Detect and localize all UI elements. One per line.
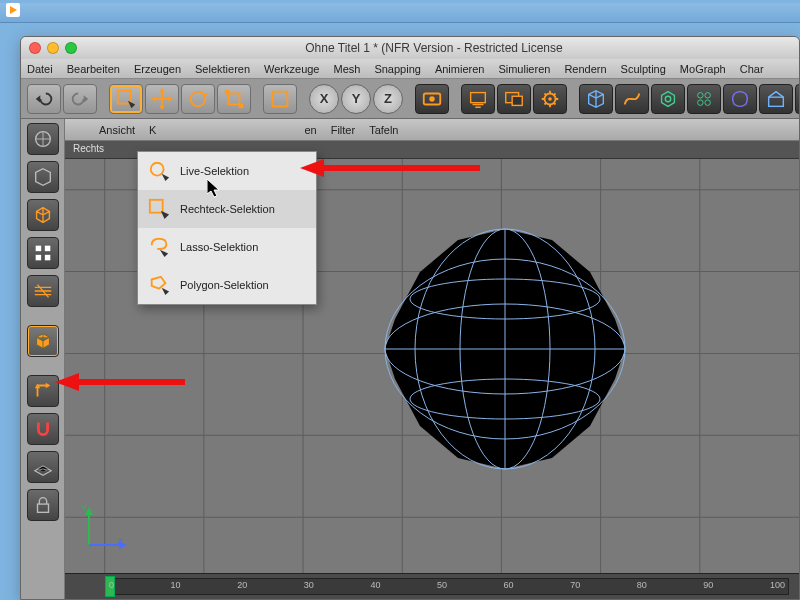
- axis-y-toggle[interactable]: Y: [341, 84, 371, 114]
- svg-marker-6: [159, 105, 165, 110]
- polygon-mode-button[interactable]: [27, 325, 59, 357]
- rotate-tool-button[interactable]: [181, 84, 215, 114]
- svg-rect-34: [44, 255, 50, 261]
- axis-x-toggle[interactable]: X: [309, 84, 339, 114]
- menu-mograph[interactable]: MoGraph: [680, 63, 726, 75]
- menu-werkzeuge[interactable]: Werkzeuge: [264, 63, 319, 75]
- left-toolbar: [21, 119, 65, 599]
- svg-marker-8: [168, 96, 173, 102]
- axis-mode-button[interactable]: [27, 375, 59, 407]
- viewport-menubar[interactable]: Ansicht K en Filter Tafeln: [65, 119, 799, 141]
- rect-select-tool-button[interactable]: [109, 84, 143, 114]
- svg-rect-27: [769, 97, 784, 106]
- popup-item-live-select[interactable]: Live-Selektion: [138, 152, 316, 190]
- svg-marker-67: [161, 211, 169, 219]
- popup-item-poly-select[interactable]: Polygon-Selektion: [138, 266, 316, 304]
- selection-tool-popup[interactable]: Live-Selektion Rechteck-Selektion Lasso-…: [137, 151, 317, 305]
- move-tool-button[interactable]: [145, 84, 179, 114]
- annotation-arrow-top: [300, 156, 480, 184]
- menu-selektieren[interactable]: Selektieren: [195, 63, 250, 75]
- primitive-cube-button[interactable]: [579, 84, 613, 114]
- recent-tool-button[interactable]: [263, 84, 297, 114]
- main-menubar[interactable]: Datei Bearbeiten Erzeugen Selektieren We…: [21, 59, 799, 79]
- render-active-button[interactable]: [461, 84, 495, 114]
- traffic-lights[interactable]: [29, 42, 77, 54]
- generator-button[interactable]: [651, 84, 685, 114]
- svg-rect-13: [239, 103, 244, 108]
- point-mode-button[interactable]: [27, 237, 59, 269]
- live-select-icon: [148, 160, 170, 182]
- scale-tool-button[interactable]: [217, 84, 251, 114]
- svg-rect-37: [37, 504, 48, 512]
- menu-bearbeiten[interactable]: Bearbeiten: [67, 63, 120, 75]
- edge-mode-button[interactable]: [27, 275, 59, 307]
- spline-button[interactable]: [615, 84, 649, 114]
- deformer-button[interactable]: [723, 84, 757, 114]
- mac-titlebar: Ohne Titel 1 * (NFR Version - Restricted…: [21, 37, 799, 59]
- rect-select-icon: [148, 198, 170, 220]
- popup-label: Polygon-Selektion: [180, 279, 269, 291]
- vp-tab-en[interactable]: en: [304, 124, 316, 136]
- timeline-ticks: 010 2030 4050 6070 8090 100: [105, 580, 789, 590]
- render-settings-button[interactable]: [533, 84, 567, 114]
- object-mode-button[interactable]: [27, 161, 59, 193]
- svg-marker-70: [207, 179, 219, 197]
- timeline[interactable]: 010 2030 4050 6070 8090 100: [65, 573, 799, 599]
- svg-marker-65: [162, 174, 169, 181]
- model-mode-button[interactable]: [27, 123, 59, 155]
- svg-rect-31: [35, 246, 41, 252]
- lasso-select-icon: [148, 236, 170, 258]
- menu-datei[interactable]: Datei: [27, 63, 53, 75]
- render-view-button[interactable]: [415, 84, 449, 114]
- menu-mesh[interactable]: Mesh: [333, 63, 360, 75]
- render-pv-button[interactable]: [497, 84, 531, 114]
- svg-rect-66: [150, 200, 163, 213]
- annotation-arrow-left: [55, 370, 185, 398]
- lock-button[interactable]: [27, 489, 59, 521]
- svg-marker-5: [159, 88, 165, 93]
- sphere-wireframe: [380, 224, 630, 474]
- snap-button[interactable]: [27, 413, 59, 445]
- mouse-cursor-icon: [207, 179, 223, 203]
- redo-button[interactable]: [63, 84, 97, 114]
- menu-erzeugen[interactable]: Erzeugen: [134, 63, 181, 75]
- window-title: Ohne Titel 1 * (NFR Version - Restricted…: [77, 41, 791, 55]
- svg-marker-7: [151, 96, 156, 102]
- svg-rect-19: [512, 96, 522, 105]
- gizmo-y-label: Y: [81, 503, 87, 513]
- svg-marker-68: [160, 250, 168, 257]
- zoom-icon[interactable]: [65, 42, 77, 54]
- popup-item-rect-select[interactable]: Rechteck-Selektion: [138, 190, 316, 228]
- texture-mode-button[interactable]: [27, 199, 59, 231]
- workplane-button[interactable]: [27, 451, 59, 483]
- minimize-icon[interactable]: [47, 42, 59, 54]
- svg-marker-1: [36, 95, 41, 102]
- axis-gizmo: Y Z: [79, 505, 129, 559]
- effector-button[interactable]: [687, 84, 721, 114]
- vp-tab-filter[interactable]: Filter: [331, 124, 355, 136]
- menu-char[interactable]: Char: [740, 63, 764, 75]
- vp-tab-k[interactable]: K: [149, 124, 156, 136]
- svg-rect-12: [225, 89, 230, 94]
- svg-point-16: [429, 96, 435, 102]
- close-icon[interactable]: [29, 42, 41, 54]
- menu-rendern[interactable]: Rendern: [564, 63, 606, 75]
- environment-button[interactable]: [759, 84, 793, 114]
- undo-button[interactable]: [27, 84, 61, 114]
- popup-label: Live-Selektion: [180, 165, 249, 177]
- svg-point-24: [705, 92, 711, 98]
- svg-marker-72: [300, 159, 324, 177]
- svg-marker-36: [45, 383, 50, 389]
- menu-simulieren[interactable]: Simulieren: [498, 63, 550, 75]
- svg-marker-0: [10, 6, 17, 14]
- camera-button[interactable]: [795, 84, 800, 114]
- axis-z-toggle[interactable]: Z: [373, 84, 403, 114]
- menu-animieren[interactable]: Animieren: [435, 63, 485, 75]
- vp-tab-ansicht[interactable]: Ansicht: [99, 124, 135, 136]
- popup-item-lasso-select[interactable]: Lasso-Selektion: [138, 228, 316, 266]
- svg-point-25: [698, 99, 704, 105]
- menu-snapping[interactable]: Snapping: [374, 63, 421, 75]
- svg-point-64: [151, 163, 164, 176]
- menu-sculpting[interactable]: Sculpting: [621, 63, 666, 75]
- vp-tab-tafeln[interactable]: Tafeln: [369, 124, 398, 136]
